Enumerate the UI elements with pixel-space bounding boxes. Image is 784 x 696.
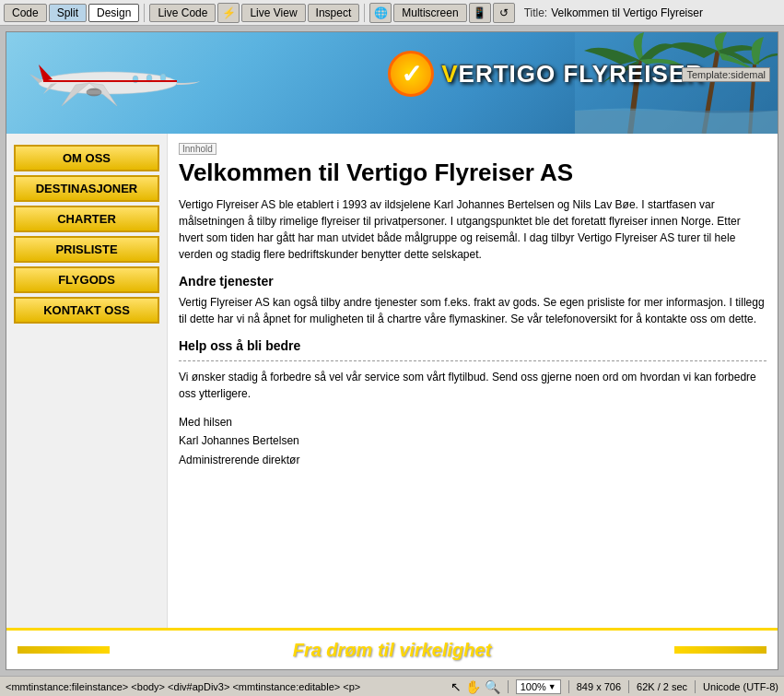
live-view-button[interactable]: Live View	[241, 4, 305, 22]
globe-icon[interactable]: 🌐	[369, 3, 392, 23]
content-area: OM OSS DESTINASJONER CHARTER PRISLISTE F…	[6, 134, 778, 628]
innhold-label: Innhold	[179, 143, 216, 155]
section2-text: Vi ønsker stadig å forbedre så vel vår s…	[179, 369, 766, 402]
site-header: ✓ VERTIGO FLYREISER	[6, 32, 778, 134]
code-button[interactable]: Code	[4, 4, 47, 22]
intro-text: Vertigo Flyreiser AS ble etablert i 1993…	[179, 196, 766, 263]
logo-text: VERTIGO FLYREISER	[441, 60, 704, 88]
section2-heading: Help oss å bli bedre	[179, 338, 766, 353]
separator-1	[144, 4, 145, 22]
status-divider-2	[568, 680, 569, 693]
cursor-icon[interactable]: ↖	[451, 679, 462, 694]
status-divider-4	[695, 680, 696, 693]
svg-point-0	[39, 72, 177, 94]
status-divider-3	[628, 680, 629, 693]
nav-destinasjoner[interactable]: DESTINASJONER	[14, 175, 159, 202]
title-bar: Title: Velkommen til Vertigo Flyreiser	[524, 6, 780, 19]
title-value: Velkommen til Vertigo Flyreiser	[551, 6, 703, 19]
svg-rect-5	[87, 90, 101, 94]
multiscreen-button[interactable]: Multiscreen	[393, 4, 466, 22]
design-button[interactable]: Design	[88, 4, 139, 22]
nav-charter[interactable]: CHARTER	[14, 206, 159, 232]
main-container: Template:sidemal	[0, 26, 784, 676]
footer-line-left	[18, 646, 110, 654]
signature: Med hilsen Karl Johannes Bertelsen Admin…	[179, 413, 766, 469]
nav-prisliste[interactable]: PRISLISTE	[14, 236, 159, 263]
dashed-separator	[179, 360, 766, 361]
status-path: <mmtinstance:fileinstance> <body> <div#a…	[6, 681, 447, 692]
logo-text-part1: ERTIGO	[459, 60, 556, 88]
signature-line3: Administrerende direktør	[179, 451, 766, 469]
zoom-box[interactable]: 100% ▼	[516, 679, 561, 694]
toolbar: Code Split Design Live Code ⚡ Live View …	[0, 0, 784, 26]
size-value: 62K / 2 sec	[637, 681, 687, 692]
hand-icon[interactable]: ✋	[465, 679, 481, 694]
multiscreen-icon[interactable]: 📱	[469, 3, 491, 23]
separator-2	[364, 4, 365, 22]
live-code-icon-btn[interactable]: ⚡	[217, 3, 240, 23]
status-divider-1	[508, 680, 509, 693]
main-content: Innhold Velkommen til Vertigo Flyreiser …	[168, 134, 778, 628]
section1-heading: Andre tjenester	[179, 274, 766, 289]
site-footer: Fra drøm til virkelighet	[6, 628, 778, 669]
inspect-button[interactable]: Inspect	[308, 4, 360, 22]
status-icons: ↖ ✋ 🔍	[451, 679, 500, 694]
page-title: Velkommen til Vertigo Flyreiser AS	[179, 159, 766, 187]
template-label: Template:sidemal	[682, 67, 770, 82]
zoom-dropdown-icon[interactable]: ▼	[548, 682, 556, 691]
title-label: Title:	[524, 6, 548, 19]
signature-line2: Karl Johannes Bertelsen	[179, 431, 766, 450]
live-code-button[interactable]: Live Code	[149, 4, 216, 22]
left-nav: OM OSS DESTINASJONER CHARTER PRISLISTE F…	[6, 134, 168, 628]
refresh-icon[interactable]: ↺	[493, 3, 515, 23]
encoding-value: Unicode (UTF-8)	[703, 681, 778, 692]
status-right: ↖ ✋ 🔍 100% ▼ 849 x 706 62K / 2 sec Unico…	[451, 679, 778, 694]
checkmark-icon: ✓	[388, 51, 434, 97]
svg-point-3	[160, 74, 166, 81]
nav-om-oss[interactable]: OM OSS	[14, 145, 159, 171]
footer-line-right	[674, 646, 766, 654]
webpage: Template:sidemal	[6, 31, 778, 670]
airplane-image	[16, 46, 200, 111]
split-button[interactable]: Split	[49, 4, 87, 22]
dimensions-value: 849 x 706	[577, 681, 621, 692]
zoom-value: 100%	[521, 681, 546, 692]
logo-area: ✓ VERTIGO FLYREISER	[388, 51, 704, 97]
zoom-cursor-icon[interactable]: 🔍	[485, 679, 500, 694]
signature-line1: Med hilsen	[179, 413, 766, 431]
status-bar: <mmtinstance:fileinstance> <body> <div#a…	[0, 676, 784, 696]
section1-text: Vertig Flyreiser AS kan også tilby andre…	[179, 294, 766, 327]
nav-kontakt-oss[interactable]: KONTAKT OSS	[14, 297, 159, 324]
nav-flygods[interactable]: FLYGODS	[14, 266, 159, 293]
footer-text: Fra drøm til virkelighet	[293, 640, 492, 661]
